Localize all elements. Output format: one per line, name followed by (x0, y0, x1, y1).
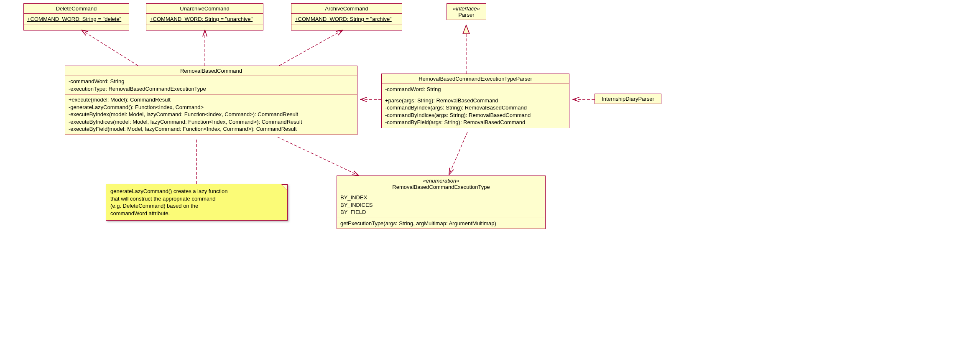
class-title: RemovalBasedCommandExecutionTypeParser (382, 74, 569, 84)
class-title: UnarchiveCommand (146, 4, 263, 14)
class-empty-section (24, 25, 129, 30)
note-line: commandWord attribute. (110, 210, 283, 217)
class-execution-type-parser: RemovalBasedCommandExecutionTypeParser -… (381, 74, 569, 128)
class-operation: +execute(model: Model): CommandResult (69, 96, 354, 104)
stereotype: «interface» (453, 5, 480, 12)
class-operation: -executeByIndex(model: Model, lazyComman… (69, 111, 354, 118)
dep-removal-to-archive (279, 30, 343, 66)
class-operation: -executeByField(model: Model, lazyComman… (69, 125, 354, 133)
class-attribute: +COMMAND_WORD: String = "archive" (291, 14, 402, 25)
class-title: RemovalBasedCommand (65, 66, 357, 76)
class-operation: -commandByField(args: String): RemovalBa… (385, 119, 566, 126)
class-operation: -commandByIndices(args: String): Removal… (385, 112, 566, 119)
uml-note: generateLazyCommand() creates a lazy fun… (106, 184, 288, 221)
dep-removal-to-enum (278, 137, 359, 176)
enum-value: BY_INDEX (340, 194, 542, 201)
class-delete-command: DeleteCommand +COMMAND_WORD: String = "d… (23, 3, 129, 31)
class-title: «enumeration» RemovalBasedCommandExecuti… (337, 176, 545, 192)
class-title: DeleteCommand (24, 4, 129, 14)
class-unarchive-command: UnarchiveCommand +COMMAND_WORD: String =… (146, 3, 263, 31)
note-line: that will construct the appropriate comm… (110, 195, 283, 203)
class-archive-command: ArchiveCommand +COMMAND_WORD: String = "… (291, 3, 402, 31)
class-internship-diary-parser: InternshipDiaryParser (595, 94, 661, 104)
class-empty-section (146, 25, 263, 30)
class-parser-interface: «interface» Parser (447, 3, 486, 20)
dep-parser-to-enum (449, 132, 467, 175)
class-removal-based-command: RemovalBasedCommand -commandWord: String… (65, 66, 357, 135)
enum-values: BY_INDEX BY_INDICES BY_FIELD (337, 192, 545, 218)
class-attributes: -commandWord: String -executionType: Rem… (65, 76, 357, 94)
class-title: «interface» Parser (447, 4, 486, 20)
class-attributes: -commandWord: String (382, 84, 569, 95)
class-name: RemovalBasedCommandExecutionType (392, 184, 490, 190)
class-title: InternshipDiaryParser (595, 94, 661, 104)
class-operations: +execute(model: Model): CommandResult -g… (65, 94, 357, 135)
class-title: ArchiveCommand (291, 4, 402, 14)
class-operation: -executeByIndices(model: Model, lazyComm… (69, 118, 354, 126)
class-operation: -generateLazyCommand(): Function<Index, … (69, 104, 354, 111)
class-attribute: +COMMAND_WORD: String = "delete" (24, 14, 129, 25)
enum-value: BY_FIELD (340, 209, 542, 216)
class-name: Parser (458, 12, 474, 18)
class-operations: getExecutionType(args: String, argMultim… (337, 218, 545, 229)
class-operation: getExecutionType(args: String, argMultim… (340, 220, 542, 227)
class-operation: +parse(args: String): RemovalBasedComman… (385, 97, 566, 104)
class-empty-section (291, 25, 402, 30)
class-operation: -commandByIndex(args: String): RemovalBa… (385, 104, 566, 112)
note-line: (e.g. DeleteCommand) based on the (110, 202, 283, 210)
dep-removal-to-delete (82, 30, 138, 66)
class-attribute: +COMMAND_WORD: String = "unarchive" (146, 14, 263, 25)
class-execution-type-enum: «enumeration» RemovalBasedCommandExecuti… (337, 176, 546, 229)
class-attribute: -commandWord: String (385, 86, 566, 93)
class-attribute: -executionType: RemovalBasedCommandExecu… (69, 85, 354, 93)
note-line: generateLazyCommand() creates a lazy fun… (110, 188, 283, 195)
enum-value: BY_INDICES (340, 201, 542, 209)
class-operations: +parse(args: String): RemovalBasedComman… (382, 95, 569, 128)
class-attribute: -commandWord: String (69, 78, 354, 85)
stereotype: «enumeration» (423, 178, 459, 184)
